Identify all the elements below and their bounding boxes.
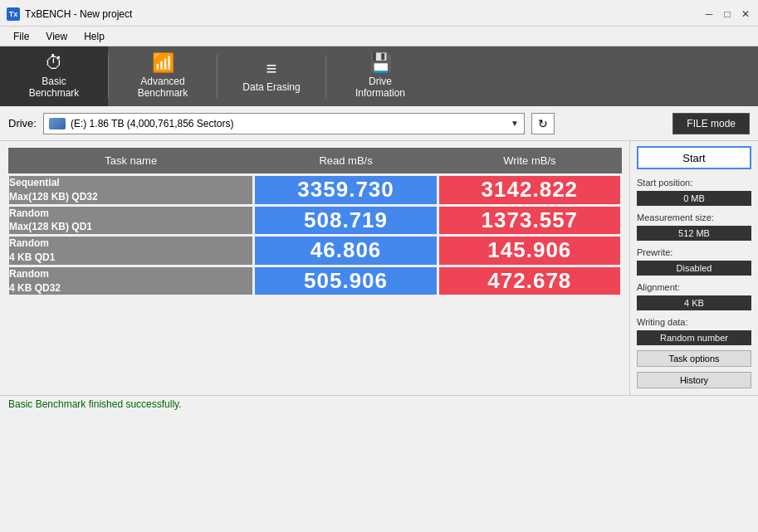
task-name-0: SequentialMax(128 KB) QD32 <box>8 175 254 206</box>
write-value-2: 145.906 <box>438 236 621 266</box>
table-header-row: Task name Read mB/s Write mB/s <box>8 148 622 175</box>
col-read: Read mB/s <box>254 148 438 175</box>
writing-data-label: Writing data: <box>637 317 751 327</box>
table-row: SequentialMax(128 KB) QD32 3359.730 3142… <box>8 175 622 206</box>
start-position-label: Start position: <box>637 178 751 188</box>
title-bar: Tx TxBENCH - New project ─ □ ✕ <box>0 0 758 27</box>
clock-icon: ⏱ <box>45 54 63 72</box>
toolbar-advanced-label: AdvancedBenchmark <box>138 76 188 100</box>
status-bar: Basic Benchmark finished successfully. <box>0 395 758 415</box>
col-write: Write mB/s <box>438 148 621 175</box>
table-row: RandomMax(128 KB) QD1 508.719 1373.557 <box>8 205 622 236</box>
write-value-0: 3142.822 <box>438 175 621 206</box>
toolbar-basic-benchmark[interactable]: ⏱ BasicBenchmark <box>0 46 108 106</box>
drive-row: Drive: (E:) 1.86 TB (4,000,761,856 Secto… <box>0 106 758 141</box>
toolbar-data-erasing[interactable]: ≡ Data Erasing <box>218 46 325 106</box>
benchmark-area: Task name Read mB/s Write mB/s Sequentia… <box>0 141 629 395</box>
app-icon: Tx <box>7 7 20 21</box>
toolbar: ⏱ BasicBenchmark 📶 AdvancedBenchmark ≡ D… <box>0 46 758 106</box>
window-title: TxBENCH - New project <box>25 8 132 20</box>
write-value-3: 472.678 <box>438 266 621 296</box>
read-value-0: 3359.730 <box>254 175 438 206</box>
file-mode-button[interactable]: FILE mode <box>672 113 750 134</box>
menu-bar: File View Help <box>0 27 758 46</box>
toolbar-drive-label: DriveInformation <box>355 76 405 100</box>
toolbar-advanced-benchmark[interactable]: 📶 AdvancedBenchmark <box>109 46 217 106</box>
start-button[interactable]: Start <box>637 146 751 169</box>
menu-file[interactable]: File <box>7 29 36 44</box>
col-task-name: Task name <box>8 148 254 175</box>
task-name-1: RandomMax(128 KB) QD1 <box>8 205 254 236</box>
status-text: Basic Benchmark finished successfully. <box>8 398 182 410</box>
minimize-button[interactable]: ─ <box>703 8 715 20</box>
table-row: Random4 KB QD32 505.906 472.678 <box>8 266 622 296</box>
drive-label: Drive: <box>8 117 37 129</box>
title-bar-controls[interactable]: ─ □ ✕ <box>703 8 751 20</box>
close-button[interactable]: ✕ <box>740 8 751 20</box>
read-value-3: 505.906 <box>254 266 438 296</box>
start-position-value: 0 MB <box>637 191 751 206</box>
task-name-3: Random4 KB QD32 <box>8 266 254 296</box>
writing-data-button[interactable]: Random number <box>637 330 751 345</box>
toolbar-erase-label: Data Erasing <box>242 81 300 93</box>
alignment-value: 4 KB <box>637 295 751 310</box>
toolbar-basic-label: BasicBenchmark <box>29 76 80 100</box>
drive-select[interactable]: (E:) 1.86 TB (4,000,761,856 Sectors) ▼ <box>43 113 525 134</box>
maximize-button[interactable]: □ <box>721 8 733 20</box>
alignment-label: Alignment: <box>637 282 751 292</box>
erase-icon: ≡ <box>267 60 277 78</box>
drive-value: (E:) 1.86 TB (4,000,761,856 Sectors) <box>71 118 234 129</box>
table-row: Random4 KB QD1 46.806 145.906 <box>8 236 622 266</box>
right-panel: Start Start position: 0 MB Measurement s… <box>629 141 758 395</box>
chevron-down-icon: ▼ <box>511 119 519 128</box>
measurement-size-value: 512 MB <box>637 226 751 241</box>
menu-view[interactable]: View <box>39 29 74 44</box>
toolbar-drive-information[interactable]: 💾 DriveInformation <box>326 46 434 106</box>
menu-help[interactable]: Help <box>77 29 111 44</box>
task-name-2: Random4 KB QD1 <box>8 236 254 266</box>
drive-info-icon: 💾 <box>369 54 392 72</box>
read-value-2: 46.806 <box>254 236 438 266</box>
prewrite-button[interactable]: Disabled <box>637 261 751 276</box>
drive-refresh-button[interactable]: ↻ <box>531 113 555 134</box>
chart-icon: 📶 <box>152 54 174 72</box>
measurement-size-label: Measurement size: <box>637 212 751 222</box>
benchmark-table: Task name Read mB/s Write mB/s Sequentia… <box>7 148 623 297</box>
drive-icon <box>49 118 66 129</box>
prewrite-label: Prewrite: <box>637 247 751 257</box>
history-button[interactable]: History <box>637 372 751 388</box>
drive-select-inner: (E:) 1.86 TB (4,000,761,856 Sectors) <box>49 118 234 129</box>
title-bar-left: Tx TxBENCH - New project <box>7 7 132 21</box>
main-content: Task name Read mB/s Write mB/s Sequentia… <box>0 141 758 395</box>
write-value-1: 1373.557 <box>438 205 621 236</box>
read-value-1: 508.719 <box>254 205 438 236</box>
task-options-button[interactable]: Task options <box>637 350 751 367</box>
